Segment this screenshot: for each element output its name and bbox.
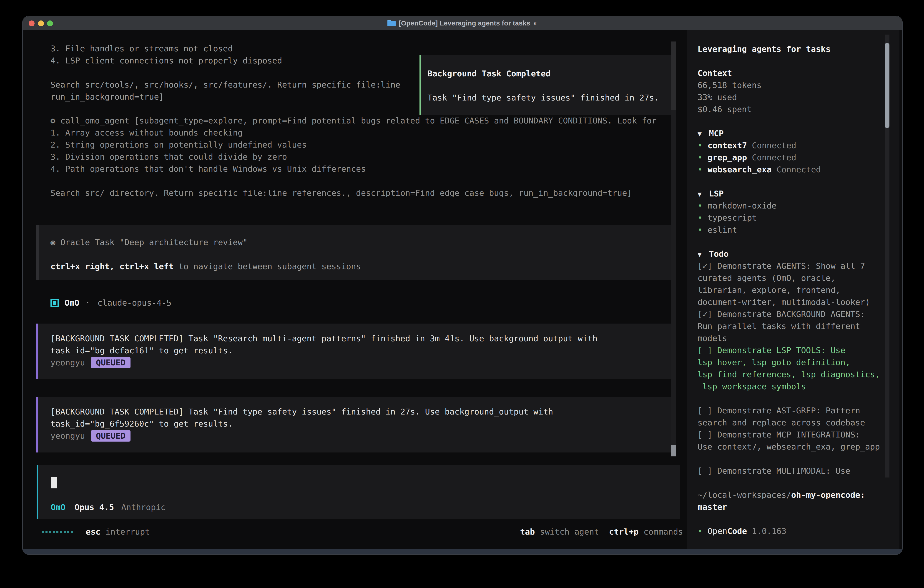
zoom-button[interactable] [47, 20, 53, 26]
hint-keys: ctrl+x right, ctrl+x left [51, 262, 174, 271]
mcp-section-header[interactable]: ▼MCP [698, 127, 899, 139]
todo-line: document-writer, multimodal-looker) [698, 296, 899, 308]
todo-line: [✓] Demonstrate BACKGROUND AGENTS: [698, 308, 899, 320]
terminal-line: Search src/tools/, src/hooks/, src/featu… [51, 79, 400, 91]
lsp-item: •markdown-oxide [698, 200, 899, 212]
background-task-toast[interactable]: Background Task Completed Task "Find typ… [419, 55, 675, 115]
task-user: yeongyu [51, 358, 85, 367]
context-tokens: 66,518 tokens [698, 79, 899, 91]
todo-line: Use context7, websearch_exa, grep_app [698, 441, 899, 453]
chevron-down-icon: ▼ [698, 128, 709, 140]
todo-line: librarian, explore, frontend, [698, 284, 899, 296]
gear-icon: ⚙ [51, 116, 56, 125]
esc-key-hint: esc [86, 526, 101, 538]
dot-icon: • [698, 224, 708, 236]
folder-icon [388, 20, 396, 26]
task-line: [BACKGROUND TASK COMPLETED] Task "Find t… [51, 406, 674, 418]
close-button[interactable] [29, 20, 35, 26]
cmd-key-label: commands [644, 526, 683, 538]
dot-icon: • [698, 200, 708, 212]
todo-line-active: [ ] Demonstrate LSP TOOLS: Use [698, 344, 899, 356]
tool-call-item: 2. String operations on potentially unde… [51, 139, 657, 151]
oracle-task-card[interactable]: ◉ Oracle Task "Deep architecture review"… [36, 225, 674, 280]
lsp-item: •typescript [698, 212, 899, 224]
lsp-item: •eslint [698, 224, 899, 236]
todo-line: [ ] Demonstrate MCP INTEGRATIONS: [698, 429, 899, 441]
terminal-line: run_in_background=true] [51, 91, 400, 103]
tool-call-footer: Search src/ directory. Return specific f… [51, 187, 657, 199]
window-title: [OpenCode] Leveraging agents for tasks [399, 19, 530, 27]
esc-key-label: interrupt [106, 526, 150, 538]
chevron-down-icon: ▼ [698, 188, 709, 200]
prompt-input[interactable]: OmO Opus 4.5 Anthropic [36, 465, 680, 519]
agent-model: claude-opus-4-5 [97, 297, 172, 309]
titlebar[interactable]: [OpenCode] Leveraging agents for tasks ◐ [23, 17, 902, 30]
minimize-button[interactable] [38, 20, 44, 26]
terminal-scrollback: 3. File handles or streams not closed 4.… [51, 43, 400, 103]
todo-line: [✓] Demonstrate AGENTS: Show all 7 [698, 260, 899, 272]
dot-icon: • [698, 152, 708, 164]
todo-line: curated agents (OmO, oracle, [698, 272, 899, 284]
spinner-icon [42, 531, 73, 533]
text-cursor [51, 477, 57, 489]
tab-key-label: switch agent [540, 526, 599, 538]
scrollbar-thumb[interactable] [671, 42, 676, 110]
background-task-card[interactable]: [BACKGROUND TASK COMPLETED] Task "Find t… [36, 397, 674, 453]
todo-line-active: lsp_workspace_symbols [698, 380, 899, 393]
terminal-line: 4. LSP client connections not properly d… [51, 55, 400, 67]
oracle-title: ◉ Oracle Task "Deep architecture review" [51, 236, 674, 248]
separator-dot: · [85, 297, 90, 309]
lsp-section-header[interactable]: ▼LSP [698, 188, 899, 200]
todo-line: models [698, 332, 899, 344]
todo-line-active: lsp_hover, lsp_goto_definition, [698, 356, 899, 368]
status-badge: QUEUED [91, 357, 130, 368]
task-meta: yeongyuQUEUED [51, 430, 674, 442]
scrollbar-thumb[interactable] [671, 445, 676, 456]
tool-call-item: 4. Path operations that don't handle Win… [51, 163, 657, 175]
toast-title: Background Task Completed [427, 68, 673, 79]
cmd-key-hint: ctrl+p [609, 526, 639, 538]
terminal-line: 3. File handles or streams not closed [51, 43, 400, 55]
todo-line: [ ] Demonstrate AST-GREP: Pattern [698, 405, 899, 416]
version-line: •OpenCode 1.0.163 [698, 525, 899, 537]
mcp-item: •websearch_exa Connected [698, 164, 899, 175]
input-model: Opus 4.5 [74, 501, 114, 513]
fisheye-icon: ◉ [51, 238, 56, 247]
mcp-item: •grep_app Connected [698, 152, 899, 164]
scrollbar-thumb[interactable] [884, 43, 889, 128]
main-scrollbar[interactable] [671, 41, 676, 457]
input-agent: OmO [51, 501, 66, 513]
tool-call-item: 1. Array access without bounds checking [51, 127, 657, 139]
agent-name: OmO [64, 297, 79, 309]
dot-icon: • [698, 139, 708, 152]
task-user: yeongyu [51, 431, 85, 441]
todo-section-header[interactable]: ▼Todo [698, 248, 899, 260]
tab-key-hint: tab [520, 526, 535, 538]
chevron-down-icon: ▼ [698, 248, 709, 260]
toast-body: Task "Find type safety issues" finished … [427, 92, 673, 104]
session-title: Leveraging agents for tasks [698, 43, 899, 55]
context-spent: $0.46 spent [698, 103, 899, 115]
opencode-window: [OpenCode] Leveraging agents for tasks ◐… [23, 17, 902, 554]
desktop: [OpenCode] Leveraging agents for tasks ◐… [0, 0, 924, 588]
dot-icon: • [698, 164, 708, 175]
input-meta: OmO Opus 4.5 Anthropic [51, 501, 166, 513]
window-bottom-bar [23, 549, 902, 554]
sidebar-scrollbar[interactable] [884, 35, 889, 477]
workspace-path: ~/local-workspaces/oh-my-opencode: [698, 489, 899, 501]
tool-call-item: 3. Division operations that could divide… [51, 151, 657, 163]
input-provider: Anthropic [121, 501, 165, 513]
session-state-icon: ◐ [533, 19, 538, 27]
agent-checkbox-icon [51, 299, 59, 307]
mcp-item: •context7 Connected [698, 139, 899, 152]
context-used: 33% used [698, 91, 899, 103]
task-meta: yeongyuQUEUED [51, 357, 674, 368]
todo-line: [ ] Demonstrate MULTIMODAL: Use [698, 465, 899, 477]
oracle-hint: ctrl+x right, ctrl+x left to navigate be… [51, 260, 674, 273]
agent-header: OmO · claude-opus-4-5 [51, 297, 172, 309]
background-task-card[interactable]: [BACKGROUND TASK COMPLETED] Task "Resear… [36, 324, 674, 379]
dot-icon: • [698, 525, 708, 537]
status-bar: esc interrupt tab switch agent ctrl+p co… [42, 526, 683, 538]
tool-call-header: ⚙ call_omo_agent [subagent_type=explore,… [51, 115, 657, 127]
dot-icon: • [698, 212, 708, 224]
